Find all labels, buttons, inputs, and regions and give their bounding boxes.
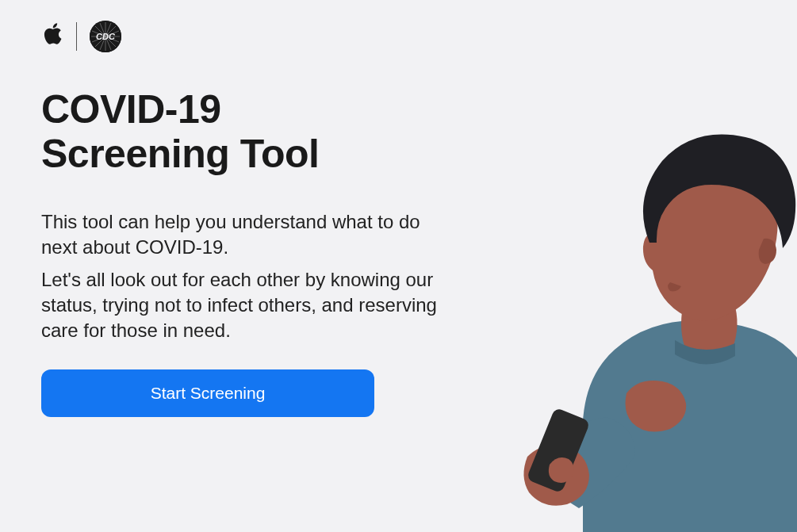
cdc-logo-icon: CDC bbox=[90, 21, 121, 52]
description: This tool can help you understand what t… bbox=[41, 209, 444, 343]
start-screening-button[interactable]: Start Screening bbox=[41, 369, 374, 417]
page-title: COVID-19 Screening Tool bbox=[41, 87, 444, 176]
logo-bar: CDC bbox=[0, 0, 797, 52]
svg-text:CDC: CDC bbox=[96, 32, 116, 41]
title-line-2: Screening Tool bbox=[41, 132, 319, 176]
person-holding-phone-illustration bbox=[432, 104, 797, 532]
apple-logo-icon bbox=[41, 21, 63, 52]
description-paragraph-1: This tool can help you understand what t… bbox=[41, 209, 444, 259]
logo-divider bbox=[76, 22, 77, 51]
title-line-1: COVID-19 bbox=[41, 87, 221, 132]
description-paragraph-2: Let's all look out for each other by kno… bbox=[41, 267, 444, 343]
main-content: COVID-19 Screening Tool This tool can he… bbox=[0, 52, 444, 417]
